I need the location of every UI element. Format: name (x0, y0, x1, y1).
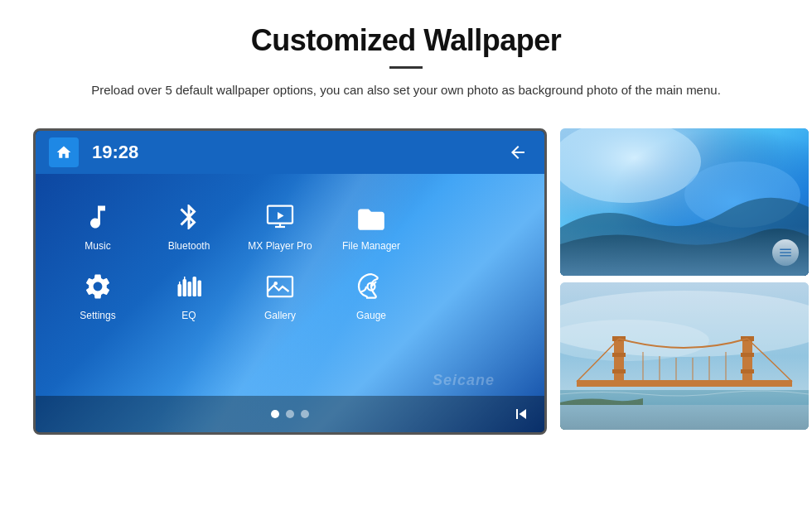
ice-cave-image[interactable] (560, 128, 809, 276)
app-row-2: Settings (52, 260, 528, 330)
app-music[interactable]: Music (52, 190, 143, 260)
app-settings[interactable]: Settings (52, 260, 143, 330)
home-button[interactable] (49, 137, 79, 167)
car-screen: 19:28 (33, 128, 547, 435)
svg-rect-30 (741, 353, 754, 357)
car-screen-wrapper: 19:28 (33, 128, 547, 435)
svg-rect-3 (178, 284, 182, 296)
app-bluetooth[interactable]: Bluetooth (143, 190, 234, 260)
svg-rect-23 (577, 380, 792, 387)
settings-icon (80, 268, 116, 305)
title-divider (389, 66, 423, 69)
dot-2[interactable] (286, 410, 294, 418)
screen-header: 19:28 (36, 131, 544, 174)
screen-bottom-bar (36, 396, 544, 432)
svg-rect-24 (614, 336, 624, 387)
back-button[interactable] (508, 142, 528, 162)
app-gauge[interactable]: Gauge (326, 260, 417, 330)
watermark: Seicane (433, 372, 495, 389)
app-row-1: Music Bluetooth (52, 190, 528, 260)
gallery-label: Gallery (264, 310, 296, 321)
app-filemanager[interactable]: File Manager (326, 190, 417, 260)
music-icon (80, 199, 116, 235)
dot-1[interactable] (271, 410, 279, 418)
golden-gate-image[interactable] (560, 282, 809, 430)
folder-icon (353, 199, 389, 235)
app-eq[interactable]: EQ (143, 260, 234, 330)
gauge-icon (353, 268, 389, 305)
content-area: 19:28 (0, 113, 812, 443)
mxplayer-icon (262, 199, 298, 235)
side-images (560, 128, 809, 430)
svg-rect-7 (198, 281, 202, 297)
gauge-label: Gauge (356, 310, 386, 321)
gallery-icon (262, 268, 298, 305)
svg-rect-27 (612, 369, 626, 373)
screen-time: 19:28 (92, 142, 138, 163)
eq-label: EQ (181, 310, 196, 321)
settings-label: Settings (80, 310, 115, 321)
svg-rect-28 (742, 336, 752, 387)
bluetooth-icon (171, 199, 207, 235)
mxplayer-label: MX Player Pro (248, 240, 312, 252)
bluetooth-label: Bluetooth (168, 240, 210, 252)
app-grid: Music Bluetooth (36, 182, 544, 396)
page-subtitle: Preload over 5 default wallpaper options… (83, 80, 729, 100)
music-label: Music (85, 240, 110, 252)
title-section: Customized Wallpaper Preload over 5 defa… (0, 0, 812, 113)
svg-rect-5 (188, 282, 192, 296)
svg-rect-6 (193, 277, 197, 296)
svg-rect-26 (612, 353, 626, 357)
svg-rect-31 (741, 369, 754, 373)
screen-body: Music Bluetooth (36, 174, 544, 432)
skip-back-button[interactable] (511, 404, 531, 424)
notification-badge[interactable] (772, 239, 799, 266)
page-title: Customized Wallpaper (50, 23, 762, 58)
eq-icon (171, 268, 207, 305)
dot-indicators (271, 410, 309, 418)
app-mxplayer[interactable]: MX Player Pro (234, 190, 326, 260)
filemanager-label: File Manager (342, 240, 400, 252)
svg-rect-4 (183, 279, 187, 296)
dot-3[interactable] (301, 410, 309, 418)
app-gallery[interactable]: Gallery (234, 260, 326, 330)
